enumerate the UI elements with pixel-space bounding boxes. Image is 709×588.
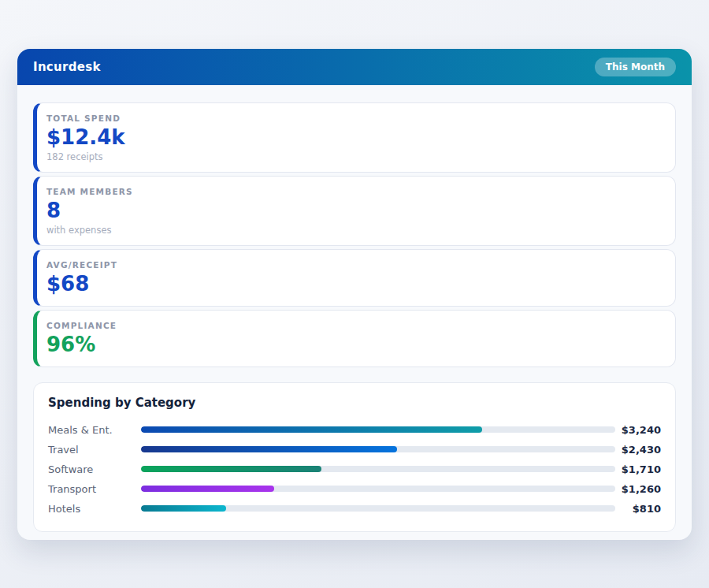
category-amount: $1,710 — [615, 463, 661, 475]
bar-track — [141, 486, 615, 492]
bar-row: Meals & Ent. $3,240 — [48, 420, 661, 440]
bar-track — [141, 426, 615, 433]
stat-label: AVG/RECEIPT — [46, 260, 663, 270]
bar-row: Transport $1,260 — [48, 479, 661, 499]
bar-fill — [141, 486, 274, 492]
category-amount: $810 — [615, 503, 661, 515]
dashboard-content: TOTAL SPEND $12.4k 182 receipts TEAM MEM… — [17, 85, 692, 532]
bar-row: Software $1,710 — [48, 460, 661, 479]
bar-fill — [141, 446, 397, 452]
period-badge[interactable]: This Month — [595, 58, 676, 76]
stat-value: $12.4k — [46, 126, 663, 150]
app-header: Incurdesk This Month — [17, 49, 692, 85]
stat-label: TEAM MEMBERS — [46, 187, 663, 196]
stat-card: COMPLIANCE 96% — [33, 310, 676, 367]
stat-value: $68 — [46, 273, 663, 296]
app-title: Incurdesk — [33, 60, 101, 74]
incurdesk-app-window: Incurdesk This Month TOTAL SPEND $12.4k … — [17, 49, 692, 540]
stat-card: TEAM MEMBERS 8 with expenses — [33, 176, 676, 246]
bar-fill — [141, 505, 226, 512]
chart-title: Spending by Category — [48, 396, 661, 410]
bar-chart: Meals & Ent. $3,240 Travel $2,430 Softwa… — [48, 420, 661, 519]
stat-value: 8 — [46, 199, 663, 223]
bar-fill — [141, 466, 321, 472]
category-label: Transport — [48, 483, 141, 495]
spending-by-category-card: Spending by Category Meals & Ent. $3,240… — [33, 382, 676, 532]
category-amount: $3,240 — [615, 424, 661, 436]
stat-label: TOTAL SPEND — [46, 114, 663, 123]
stat-subtext: with expenses — [46, 225, 663, 236]
category-amount: $2,430 — [615, 444, 661, 456]
stat-card: AVG/RECEIPT $68 — [33, 249, 676, 307]
bar-track — [141, 466, 615, 472]
bar-fill — [141, 426, 482, 433]
bar-track — [141, 446, 615, 452]
stat-value: 96% — [46, 333, 663, 357]
category-amount: $1,260 — [615, 483, 661, 495]
category-label: Hotels — [48, 503, 141, 515]
bar-row: Travel $2,430 — [48, 440, 661, 460]
stat-subtext: 182 receipts — [46, 151, 663, 162]
bar-track — [141, 505, 615, 512]
bar-row: Hotels $810 — [48, 499, 661, 519]
stat-card: TOTAL SPEND $12.4k 182 receipts — [33, 102, 676, 173]
stat-label: COMPLIANCE — [46, 321, 663, 330]
category-label: Meals & Ent. — [48, 424, 141, 436]
category-label: Software — [48, 463, 141, 475]
category-label: Travel — [48, 444, 141, 456]
stat-card-list: TOTAL SPEND $12.4k 182 receipts TEAM MEM… — [33, 102, 676, 367]
